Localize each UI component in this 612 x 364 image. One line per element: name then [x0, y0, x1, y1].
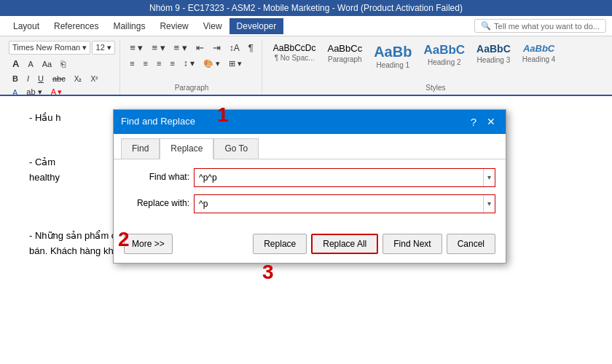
font-shrink-btn[interactable]: A	[24, 58, 36, 70]
paragraph-group: ≡ ▾ ≡ ▾ ≡ ▾ ⇤ ⇥ ↕A ¶ ≡ ≡ ≡ ≡ ↕ ▾ 🎨 ▾ ⊞ ▾…	[122, 39, 262, 95]
search-icon: 🔍	[481, 21, 491, 31]
style-paragraph-label: Paragraph	[328, 55, 362, 63]
styles-group: AaBbCcDc ¶ No Spac... AaBbCc Paragraph A…	[264, 39, 608, 95]
dialog-actions: More >> Replace Replace All Find Next Ca…	[114, 229, 506, 263]
borders-btn[interactable]: ⊞ ▾	[225, 58, 246, 70]
style-heading1-preview: AaBb	[374, 43, 412, 60]
dialog-body: Find what: ▾ Replace with: ▾	[114, 159, 506, 229]
dialog-tabs: Find Replace Go To	[114, 134, 506, 159]
ribbon: Times New Roman ▾ 12 ▾ A A Aa ⎗ B I U ab…	[0, 36, 612, 96]
cancel-button[interactable]: Cancel	[447, 234, 495, 254]
styles-group-label: Styles	[268, 84, 603, 93]
style-paragraph[interactable]: AaBbCc Paragraph	[322, 41, 367, 84]
menu-references[interactable]: References	[47, 18, 106, 34]
subscript-btn[interactable]: X₂	[71, 74, 86, 84]
line-spacing-btn[interactable]: ↕ ▾	[180, 57, 198, 70]
more-button[interactable]: More >>	[124, 234, 173, 254]
show-para-btn[interactable]: ¶	[245, 41, 257, 55]
style-no-space-label: ¶ No Spac...	[275, 54, 315, 62]
style-heading4[interactable]: AaBbC Heading 4	[517, 41, 561, 84]
superscript-btn[interactable]: X²	[87, 74, 101, 84]
find-field-row: Find what: ▾	[124, 168, 495, 187]
style-no-space-preview: AaBbCcDc	[273, 43, 316, 53]
style-heading1[interactable]: AaBb Heading 1	[369, 41, 417, 84]
replace-dropdown-btn[interactable]: ▾	[483, 195, 495, 213]
find-input[interactable]	[195, 170, 483, 186]
decrease-indent-btn[interactable]: ⇤	[192, 41, 208, 55]
replace-input[interactable]	[195, 196, 483, 212]
paragraph-group-label: Paragraph	[126, 84, 257, 93]
find-next-button[interactable]: Find Next	[382, 234, 442, 254]
font-group: Times New Roman ▾ 12 ▾ A A Aa ⎗ B I U ab…	[4, 39, 120, 95]
dialog-controls: ? ✕	[468, 116, 498, 127]
menu-mailings[interactable]: Mailings	[106, 18, 152, 34]
font-grow-btn[interactable]: A	[9, 57, 23, 71]
style-heading3-preview: AaBbC	[476, 43, 511, 55]
shading-btn[interactable]: 🎨 ▾	[200, 58, 224, 70]
find-input-wrap: ▾	[194, 168, 495, 187]
title-text: Nhóm 9 - EC17323 - ASM2 - Mobile Marketi…	[149, 3, 463, 13]
numbering-btn[interactable]: ≡ ▾	[148, 41, 168, 55]
bold-btn[interactable]: B	[9, 73, 22, 84]
menu-review[interactable]: Review	[152, 18, 195, 34]
tab-replace[interactable]: Replace	[160, 138, 213, 159]
style-paragraph-preview: AaBbCc	[327, 43, 362, 55]
dialog-title: Find and Replace	[121, 114, 195, 130]
underline-btn[interactable]: U	[34, 73, 47, 84]
style-heading4-preview: AaBbC	[523, 43, 554, 55]
tell-me-box[interactable]: 🔍 Tell me what you want to do...	[474, 19, 606, 33]
style-heading2-label: Heading 2	[428, 58, 461, 66]
multilevel-btn[interactable]: ≡ ▾	[170, 41, 191, 55]
find-replace-dialog[interactable]: Find and Replace ? ✕ Find Replace Go To …	[113, 109, 506, 264]
increase-indent-btn[interactable]: ⇥	[209, 41, 224, 55]
replace-field-row: Replace with: ▾	[124, 194, 495, 213]
replace-label: Replace with:	[124, 197, 189, 210]
align-right-btn[interactable]: ≡	[153, 58, 165, 69]
sort-btn[interactable]: ↕A	[226, 41, 243, 55]
strikethrough-btn[interactable]: abc	[49, 73, 69, 84]
font-name-dropdown[interactable]: Times New Roman ▾	[9, 41, 90, 55]
align-justify-btn[interactable]: ≡	[166, 58, 178, 69]
font-size-dropdown[interactable]: 12 ▾	[92, 41, 115, 55]
style-heading2[interactable]: AaBbC Heading 2	[418, 41, 470, 84]
style-heading3-label: Heading 3	[477, 56, 511, 64]
replace-input-wrap: ▾	[194, 194, 495, 213]
style-heading4-label: Heading 4	[522, 55, 556, 63]
dialog-titlebar: Find and Replace ? ✕	[114, 110, 506, 134]
dialog-overlay: Find and Replace ? ✕ Find Replace Go To …	[0, 96, 612, 360]
title-bar: Nhóm 9 - EC17323 - ASM2 - Mobile Marketi…	[0, 0, 612, 16]
align-left-btn[interactable]: ≡	[126, 58, 138, 69]
style-heading3[interactable]: AaBbC Heading 3	[471, 41, 516, 84]
menu-layout[interactable]: Layout	[6, 18, 47, 34]
bullets-btn[interactable]: ≡ ▾	[126, 41, 146, 55]
tell-me-text: Tell me what you want to do...	[494, 22, 600, 31]
font-aa-btn[interactable]: Aa	[39, 58, 55, 70]
find-label: Find what:	[124, 170, 189, 184]
dialog-close-btn[interactable]: ✕	[484, 116, 498, 127]
replace-all-button[interactable]: Replace All	[311, 234, 378, 254]
menu-bar: Layout References Mailings Review View D…	[0, 16, 612, 36]
italic-btn[interactable]: I	[23, 73, 33, 84]
tab-goto[interactable]: Go To	[213, 138, 259, 159]
clear-format-btn[interactable]: ⎗	[57, 58, 69, 71]
menu-view[interactable]: View	[196, 18, 230, 34]
tab-find[interactable]: Find	[121, 138, 160, 159]
style-heading2-preview: AaBbC	[423, 43, 465, 58]
find-dropdown-btn[interactable]: ▾	[483, 169, 495, 186]
dialog-help-btn[interactable]: ?	[468, 116, 479, 127]
document-area: - Hầu h - Cảm t sản phẩm healthy - Những…	[0, 96, 612, 360]
menu-developer[interactable]: Developer	[230, 18, 284, 34]
style-no-space[interactable]: AaBbCcDc ¶ No Spac...	[268, 41, 321, 84]
replace-button[interactable]: Replace	[253, 234, 307, 254]
align-center-btn[interactable]: ≡	[140, 58, 152, 69]
style-heading1-label: Heading 1	[376, 61, 409, 69]
